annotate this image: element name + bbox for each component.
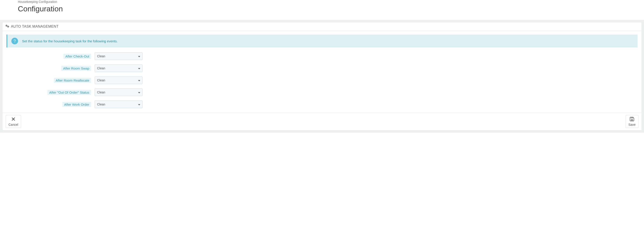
row-after-checkout: After Check-Out Clean — [6, 52, 638, 60]
label-after-room-reallocate: After Room Reallocate — [54, 78, 91, 83]
select-after-out-of-order[interactable]: Clean — [95, 89, 142, 96]
save-label: Save — [628, 123, 636, 126]
label-after-room-swap: After Room Swap — [61, 66, 91, 71]
label-after-out-of-order: After "Out Of Order" Status — [48, 90, 91, 95]
close-icon — [11, 117, 16, 122]
row-after-room-swap: After Room Swap Clean — [6, 64, 638, 72]
row-after-work-order: After Work Order Clean — [6, 101, 638, 108]
page-title: Configuration — [18, 5, 626, 13]
gears-icon — [6, 25, 9, 29]
row-after-room-reallocate: After Room Reallocate Clean — [6, 77, 638, 84]
select-after-checkout[interactable]: Clean — [95, 52, 142, 60]
cancel-button[interactable]: Cancel — [6, 115, 21, 128]
select-after-work-order[interactable]: Clean — [95, 101, 142, 108]
label-after-checkout: After Check-Out — [64, 54, 91, 59]
help-icon — [11, 38, 18, 44]
save-button[interactable]: Save — [626, 115, 638, 128]
panel-title: AUTO TASK MANAGEMENT — [11, 25, 58, 29]
info-text: Set the status for the housekeeping task… — [22, 39, 118, 43]
breadcrumb: Housekeeping Configuration — [18, 0, 626, 4]
save-icon — [630, 117, 634, 122]
row-after-out-of-order: After "Out Of Order" Status Clean — [6, 89, 638, 96]
select-after-room-swap[interactable]: Clean — [95, 64, 142, 72]
label-after-work-order: After Work Order — [62, 102, 91, 107]
info-message: Set the status for the housekeeping task… — [6, 35, 638, 48]
cancel-label: Cancel — [8, 123, 18, 126]
panel-heading: AUTO TASK MANAGEMENT — [2, 22, 642, 31]
panel-footer: Cancel Save — [2, 113, 642, 130]
auto-task-management-panel: AUTO TASK MANAGEMENT Set the status for … — [2, 22, 642, 130]
select-after-room-reallocate[interactable]: Clean — [95, 77, 142, 84]
